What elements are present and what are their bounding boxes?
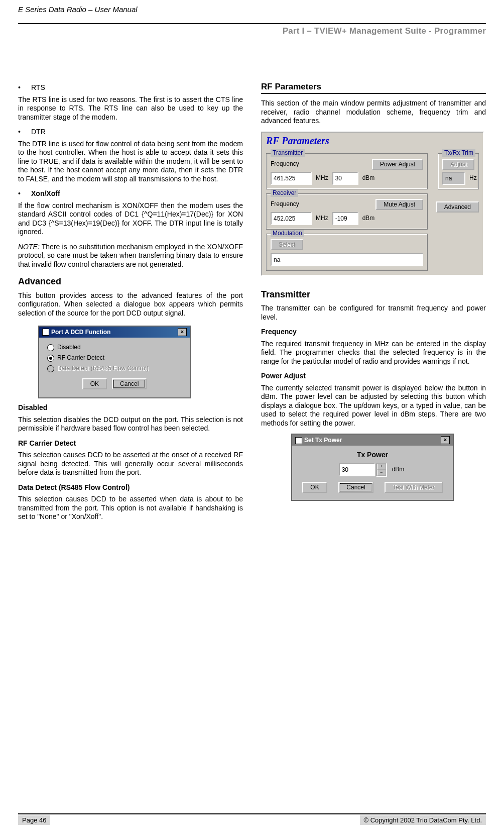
dcd-dialog: Port A DCD Function × Disabled RF Carrie…	[38, 326, 191, 398]
receiver-legend: Receiver	[271, 189, 298, 197]
advanced-heading: Advanced	[18, 276, 243, 287]
rf-carrier-body: This selection causes DCD to be asserted…	[18, 451, 243, 477]
transmitter-legend: Transmitter	[271, 149, 305, 157]
spin-down-icon[interactable]: −	[377, 470, 386, 476]
bullet-rts: •RTS	[18, 83, 243, 92]
tx-titlebar[interactable]: Set Tx Power ×	[292, 435, 453, 446]
ok-button[interactable]: OK	[82, 378, 107, 389]
close-icon[interactable]: ×	[178, 328, 187, 336]
radio-icon	[47, 365, 54, 372]
trim-legend: Tx/Rx Trim	[442, 149, 475, 157]
tx-power-spinner[interactable]: + −	[376, 463, 387, 477]
frequency-body: The required transmit frequency in MHz c…	[261, 340, 486, 366]
page-footer: Page 46 © Copyright 2002 Trio DataCom Pt…	[18, 813, 486, 825]
hz-unit: Hz	[469, 174, 477, 182]
power-adjust-body: The currently selected transmit power is…	[261, 384, 486, 428]
radio-disabled-label: Disabled	[57, 344, 81, 351]
tx-frequency-label: Frequency	[271, 160, 306, 168]
receiver-group: Receiver Frequency Mute Adjust MHz dBm	[266, 193, 428, 230]
close-icon[interactable]: ×	[441, 436, 450, 444]
left-column: •RTS The RTS line is used for two reason…	[18, 81, 243, 528]
modulation-field[interactable]	[271, 253, 423, 266]
dcd-dialog-title: Port A DCD Function	[51, 329, 110, 336]
tx-dialog-title: Set Tx Power	[304, 437, 342, 444]
tx-power-heading: Tx Power	[297, 451, 448, 460]
rts-label: RTS	[31, 83, 45, 92]
txrx-trim-group: Tx/Rx Trim Adjust Hz	[438, 153, 479, 189]
transmitter-heading: Transmitter	[261, 289, 486, 300]
trim-field	[442, 172, 465, 185]
dbm-unit: dBm	[392, 466, 405, 473]
radio-icon	[47, 355, 54, 362]
radio-rf-carrier[interactable]: RF Carrier Detect	[47, 354, 187, 362]
bullet-xon: •Xon/Xoff	[18, 189, 243, 198]
page-number: Page 46	[18, 815, 50, 825]
rx-mute-field[interactable]	[332, 212, 358, 225]
xon-note: NOTE: There is no substitution mechanism…	[18, 243, 243, 269]
disabled-subhead: Disabled	[18, 403, 243, 412]
header-rule	[18, 12, 486, 24]
copyright: © Copyright 2002 Trio DataCom Pty. Ltd.	[360, 815, 486, 825]
xon-body-1: If the flow control mechanism is XON/XOF…	[18, 201, 243, 237]
section-title: Part I – TVIEW+ Management Suite - Progr…	[18, 26, 486, 36]
tx-frequency-field[interactable]	[271, 172, 312, 185]
dtr-body: The DTR line is used for flow control of…	[18, 140, 243, 184]
data-detect-subhead: Data Detect (RS485 Flow Control)	[18, 483, 243, 492]
rx-frequency-field[interactable]	[271, 212, 312, 225]
set-tx-power-dialog: Set Tx Power × Tx Power + − dBm OK	[291, 434, 454, 501]
bullet-dtr: •DTR	[18, 128, 243, 137]
frequency-subhead: Frequency	[261, 328, 486, 337]
trim-adjust-button: Adjust	[442, 159, 474, 170]
radio-data-detect: Data Detect (RS485 Flow Control)	[47, 365, 187, 372]
cancel-button[interactable]: Cancel	[112, 378, 147, 389]
app-icon	[295, 437, 302, 444]
radio-icon	[47, 344, 54, 351]
ok-button[interactable]: OK	[302, 482, 327, 493]
dbm-unit: dBm	[362, 174, 375, 182]
tx-power-field[interactable]	[332, 172, 358, 185]
rf-panel-title: RF Parameters	[262, 133, 483, 149]
mhz-unit: MHz	[316, 215, 328, 222]
rf-carrier-subhead: RF Carrier Detect	[18, 439, 243, 448]
power-adjust-subhead: Power Adjust	[261, 372, 486, 381]
spin-up-icon[interactable]: +	[377, 464, 386, 470]
radio-disabled[interactable]: Disabled	[47, 344, 187, 351]
radio-rf-label: RF Carrier Detect	[57, 354, 104, 362]
modulation-group: Modulation Select	[266, 234, 428, 271]
test-with-meter-button: Test With Meter	[385, 482, 442, 493]
xon-label: Xon/Xoff	[31, 189, 60, 198]
radio-data-label: Data Detect (RS485 Flow Control)	[57, 365, 149, 372]
tx-power-value-field[interactable]	[339, 463, 375, 476]
app-icon	[42, 329, 49, 336]
cancel-button[interactable]: Cancel	[338, 482, 373, 493]
advanced-button[interactable]: Advanced	[436, 201, 479, 213]
rx-frequency-label: Frequency	[271, 200, 306, 208]
select-modulation-button: Select	[271, 239, 303, 250]
dcd-titlebar[interactable]: Port A DCD Function ×	[39, 327, 190, 338]
data-detect-body: This selection causes DCD to be asserted…	[18, 495, 243, 522]
advanced-body: This button provides access to the advan…	[18, 291, 243, 318]
disabled-body: This selection disables the DCD output o…	[18, 415, 243, 433]
modulation-legend: Modulation	[271, 230, 304, 237]
right-column: RF Parameters This section of the main w…	[261, 81, 486, 528]
mhz-unit: MHz	[316, 174, 328, 182]
dtr-label: DTR	[31, 128, 46, 137]
mute-adjust-button[interactable]: Mute Adjust	[375, 199, 423, 210]
power-adjust-button[interactable]: Power Adjust	[372, 159, 423, 170]
rf-parameters-heading: RF Parameters	[261, 81, 486, 94]
transmitter-body: The transmitter can be configured for tr…	[261, 304, 486, 322]
dbm-unit: dBm	[362, 215, 375, 222]
book-title: E Series Data Radio – User Manual	[18, 5, 138, 14]
rf-intro: This section of the main window permits …	[261, 99, 486, 126]
rf-parameters-panel: RF Parameters Transmitter Frequency Powe…	[261, 132, 484, 276]
rts-body: The RTS line is used for two reasons. Th…	[18, 95, 243, 122]
transmitter-group: Transmitter Frequency Power Adjust MHz d	[266, 153, 428, 189]
